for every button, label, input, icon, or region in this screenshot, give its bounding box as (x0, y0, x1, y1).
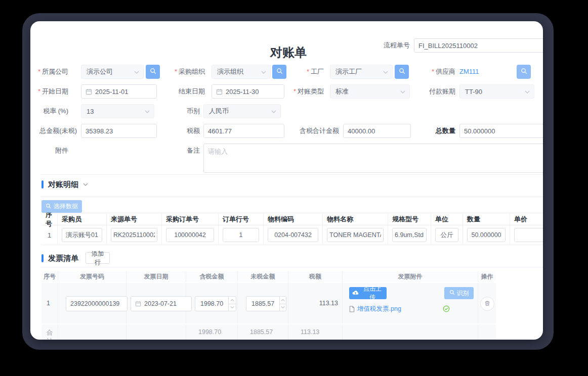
purchase-org-select[interactable]: 演示组织 (212, 65, 271, 79)
currency-label: 币别 (162, 104, 200, 118)
search-icon (46, 203, 51, 210)
detail-section-header: 对账明细 (41, 179, 89, 190)
end-date-input[interactable]: 2025-11-30 (212, 84, 284, 99)
factory-select[interactable]: 演示工厂 (330, 65, 393, 79)
col-header: 单位 (431, 213, 463, 225)
col-header: 单价 (510, 213, 543, 225)
success-check-icon (443, 305, 450, 314)
invoice-table: 序号 发票号码 发票日期 含税金额 未税金额 税额 发票附件 操作 1 2023… (41, 271, 496, 340)
stepper-up-icon[interactable] (229, 297, 236, 304)
add-row-button[interactable]: 添加行 (86, 252, 110, 264)
payment-term-select[interactable]: TT-90 (459, 84, 534, 99)
start-date-label: *开始日期 (30, 84, 68, 99)
calendar-icon (86, 88, 92, 95)
detail-section-title: 对账明细 (48, 180, 78, 189)
col-header: 采购员 (58, 213, 107, 225)
stepper-down-icon[interactable] (280, 304, 286, 311)
col-header: 未税金额 (238, 271, 288, 282)
qty-input[interactable] (467, 228, 506, 242)
tax-rate-label: 税率 (%) (30, 104, 68, 118)
chevron-down-icon[interactable] (82, 180, 89, 190)
file-name-link[interactable]: 增值税发票.png (357, 305, 401, 312)
remark-textarea[interactable] (203, 144, 543, 173)
payment-term-label: 付款账期 (417, 84, 455, 99)
chevron-down-icon (271, 109, 277, 116)
section-bar (41, 180, 44, 189)
trash-icon (484, 299, 490, 308)
tax-amount-label: 税额 (162, 124, 200, 138)
material-name-input[interactable] (327, 228, 384, 242)
flow-no-input[interactable] (414, 38, 543, 53)
chevron-down-icon (261, 69, 267, 77)
number-stepper[interactable] (279, 297, 286, 311)
amount-excl-tax-label: 总金额(未税) (30, 124, 77, 138)
select-data-button[interactable]: 选择数据 (41, 200, 82, 213)
search-icon (449, 290, 455, 297)
flow-no-value[interactable] (418, 42, 543, 50)
currency-select[interactable]: 人民币 (203, 104, 281, 118)
recon-type-label: *对账类型 (286, 84, 324, 99)
recon-type-select[interactable]: 标准 (330, 84, 410, 99)
supplier-search-button[interactable] (517, 65, 531, 79)
upload-button[interactable]: 点击上传 (349, 287, 387, 299)
section-divider (40, 267, 543, 267)
remark-field[interactable] (203, 144, 543, 173)
recognize-button[interactable]: 识别 (444, 287, 474, 299)
search-icon (521, 67, 527, 76)
buyer-input[interactable] (62, 228, 102, 242)
po-no-input[interactable] (166, 228, 214, 242)
amount-incl-tax-input[interactable] (343, 124, 411, 138)
total-excl-tax: 1885.57 (238, 324, 288, 340)
source-no-input[interactable] (111, 228, 157, 242)
search-icon (150, 67, 156, 76)
col-header: 序号 (41, 213, 58, 225)
excl-tax-amount-input[interactable]: 1885.57 (246, 296, 286, 311)
col-header: 物料名称 (323, 213, 388, 225)
invoice-no-input[interactable] (66, 296, 128, 311)
col-header: 数量 (463, 213, 510, 225)
col-header: 采购订单号 (162, 213, 219, 225)
attached-file[interactable]: 增值税发票.png (349, 305, 401, 312)
total-qty-input[interactable] (459, 124, 543, 138)
company-label: *所属公司 (30, 65, 68, 79)
col-header: 税额 (288, 271, 343, 282)
stepper-up-icon[interactable] (280, 297, 286, 304)
section-divider (40, 197, 543, 197)
start-date-input[interactable]: 2025-11-01 (81, 84, 157, 99)
col-header: 操作 (478, 271, 496, 282)
end-date-label: 结束日期 (167, 84, 205, 99)
detail-table-header: 序号 采购员 来源单号 采购订单号 订单行号 物料编码 物料名称 规格型号 单位… (41, 213, 543, 225)
factory-search-button[interactable] (395, 65, 409, 79)
search-icon (399, 67, 405, 76)
purchase-org-label: *采购组织 (167, 65, 205, 79)
flow-no-label: 流程单号 (354, 38, 410, 53)
delete-row-button[interactable] (480, 297, 494, 311)
purchase-org-search-button[interactable] (272, 65, 286, 79)
supplier-value-link[interactable]: ZM111 (459, 65, 479, 79)
col-header: 发票日期 (127, 271, 186, 282)
file-icon (349, 306, 355, 312)
tax-rate-select[interactable]: 13 (81, 104, 154, 118)
company-search-button[interactable] (146, 65, 160, 79)
invoice-table-row: 1 2023-07-21 1998.70 (41, 283, 496, 323)
stepper-down-icon[interactable] (229, 304, 236, 311)
incl-tax-amount-input[interactable]: 1998.70 (195, 296, 236, 311)
total-tax: 113.13 (288, 324, 343, 340)
po-line-input[interactable] (223, 228, 259, 242)
total-incl-tax: 1998.70 (186, 324, 238, 340)
attachment-label: 附件 (30, 144, 68, 158)
price-input[interactable] (514, 228, 543, 242)
total-label: 合计 (41, 324, 58, 340)
amount-incl-tax-label: 含税合计金额 (293, 124, 339, 138)
tax-value: 113.13 (319, 300, 338, 307)
chevron-down-icon (400, 89, 406, 97)
tax-amount-input[interactable] (203, 124, 284, 138)
calendar-icon (216, 88, 223, 95)
amount-excl-tax-input[interactable] (81, 124, 157, 138)
invoice-date-input[interactable]: 2023-07-21 (131, 296, 192, 311)
company-select[interactable]: 演示公司 (81, 65, 144, 79)
material-code-input[interactable] (268, 228, 318, 242)
spec-input[interactable] (392, 228, 427, 242)
unit-input[interactable] (435, 228, 458, 242)
number-stepper[interactable] (228, 297, 236, 311)
